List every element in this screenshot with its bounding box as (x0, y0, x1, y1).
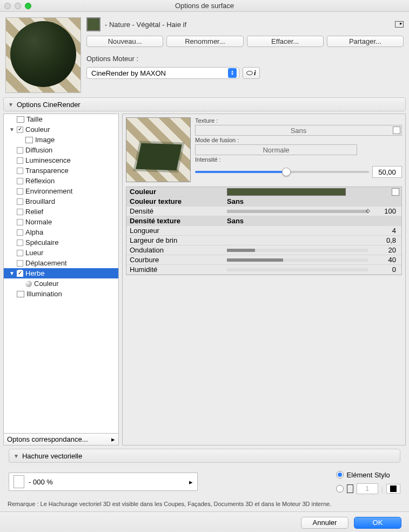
section-hatch-label: Hachure vectorielle (22, 452, 82, 460)
info-icon: i (254, 69, 256, 77)
prop-row-tex-color[interactable]: Couleur textureSans (126, 197, 401, 207)
section-hatch[interactable]: ▼ Hachure vectorielle (9, 449, 400, 463)
arrow-icon: ◇ (366, 208, 370, 214)
tree-item-glow[interactable]: Lueur (4, 248, 118, 258)
channel-tree: Taille ▼Couleur Image Diffusion Luminesc… (3, 114, 119, 445)
tree-footer-button[interactable]: Optons correspondance... ▸ (4, 433, 118, 445)
curve-slider[interactable] (227, 258, 368, 262)
blend-mode-field[interactable]: Normale (195, 144, 357, 155)
checkbox-icon[interactable] (17, 260, 23, 267)
radio-pen-settings[interactable]: | (336, 483, 400, 494)
color-swatch[interactable] (227, 188, 346, 196)
image-icon (25, 137, 33, 143)
tree-item-color[interactable]: ▼Couleur (4, 124, 118, 135)
pen-weight-input[interactable] (357, 483, 378, 494)
section-cinerender-label: Options CineRender (17, 101, 81, 109)
checkbox-icon[interactable] (17, 157, 23, 164)
wave-slider[interactable] (227, 249, 368, 252)
tree-item-relief[interactable]: Relief (4, 207, 118, 217)
checkbox-icon[interactable] (17, 198, 23, 205)
picker-icon[interactable] (393, 127, 400, 134)
checkbox-icon[interactable] (17, 127, 23, 133)
radio-off-icon (336, 485, 344, 493)
density-slider[interactable]: ◇ (227, 210, 368, 213)
ok-button[interactable]: OK (354, 517, 401, 529)
chevron-updown-icon: ▲▼ (228, 68, 237, 78)
engine-label: Options Moteur : (86, 55, 404, 63)
disclosure-triangle-icon: ▼ (8, 102, 14, 108)
delete-button[interactable]: Effacer... (247, 36, 324, 47)
tree-item-reflection[interactable]: Réflexion (4, 176, 118, 186)
share-button[interactable]: Partager... (327, 36, 404, 47)
material-preview-sphere (5, 17, 81, 93)
new-button[interactable]: Nouveau... (86, 36, 163, 47)
tree-item-fog[interactable]: Brouillard (4, 196, 118, 207)
prop-row-curve[interactable]: Courbure40 (126, 255, 401, 265)
sphere-icon (25, 281, 32, 287)
tree-item-size[interactable]: Taille (4, 114, 118, 124)
engine-info-button[interactable]: i (243, 67, 260, 79)
checkbox-icon[interactable] (17, 147, 23, 154)
tree-item-diffusion[interactable]: Diffusion (4, 145, 118, 155)
tree-item-image[interactable]: Image (4, 135, 118, 145)
illumination-icon (17, 291, 24, 297)
eye-icon (246, 71, 253, 75)
cancel-button[interactable]: Annuler (301, 517, 348, 529)
section-cinerender[interactable]: ▼ Options CineRender (3, 97, 406, 111)
checkbox-icon[interactable] (17, 209, 23, 215)
tree-item-illumination[interactable]: Illumination (4, 289, 118, 299)
checkbox-icon[interactable] (17, 270, 23, 277)
intensity-slider[interactable] (195, 171, 369, 173)
prop-row-density[interactable]: Densité◇100 (126, 207, 401, 216)
size-icon (17, 116, 24, 123)
window-title: Options de surface (0, 2, 409, 10)
checkbox-icon[interactable] (17, 240, 23, 246)
tree-item-normal[interactable]: Normale (4, 217, 118, 227)
checkbox-icon[interactable] (17, 168, 23, 174)
dialog-footer: Annuler OK (0, 511, 409, 532)
prop-row-humidity[interactable]: Humidité0 (126, 265, 401, 275)
texture-field[interactable]: Sans (195, 125, 402, 136)
picker-icon[interactable] (392, 188, 399, 196)
hatch-pattern-select[interactable]: - 000 % ▸ (9, 473, 198, 491)
intensity-input[interactable] (372, 166, 402, 178)
prop-row-tex-density[interactable]: Densité textureSans (126, 216, 401, 226)
humidity-slider[interactable] (227, 268, 368, 271)
checkbox-icon[interactable] (17, 188, 23, 195)
hatch-swatch-icon (14, 475, 24, 488)
slider-thumb-icon[interactable] (282, 168, 291, 176)
titlebar: Options de surface (0, 0, 409, 12)
radio-element-stylo[interactable]: Elément Stylo (336, 469, 400, 480)
tree-item-specular[interactable]: Spéculaire (4, 237, 118, 248)
properties-panel: Texture : Sans Mode de fusion : Normale … (122, 114, 406, 445)
channel-preview (126, 117, 191, 182)
material-name: - Nature - Végétal - Haie if (105, 21, 391, 29)
pen-icon (347, 484, 353, 493)
checkbox-icon[interactable] (17, 250, 23, 256)
chevron-right-icon: ▸ (189, 478, 193, 486)
material-swatch[interactable] (86, 17, 100, 31)
tree-item-transparency[interactable]: Transparence (4, 165, 118, 176)
tree-item-luminescence[interactable]: Luminescence (4, 155, 118, 165)
pen-color-swatch[interactable] (386, 484, 400, 494)
engine-value: CineRender by MAXON (91, 69, 166, 77)
tree-item-displacement[interactable]: Déplacement (4, 258, 118, 268)
tree-item-grass-color[interactable]: Couleur (4, 278, 118, 289)
prop-row-length[interactable]: Longueur4 (126, 226, 401, 236)
prop-row-blade-width[interactable]: Largeur de brin0,8 (126, 236, 401, 245)
blend-label: Mode de fusion : (195, 137, 402, 143)
engine-select[interactable]: CineRender by MAXON ▲▼ (86, 67, 239, 79)
prop-row-wave[interactable]: Ondulation20 (126, 245, 401, 255)
grass-properties-table: Couleur Couleur textureSans Densité◇100 … (126, 187, 402, 275)
tree-item-alpha[interactable]: Alpha (4, 227, 118, 237)
rename-button[interactable]: Renommer... (166, 36, 243, 47)
prop-row-color[interactable]: Couleur (126, 187, 401, 197)
export-icon[interactable] (395, 21, 404, 28)
disclosure-triangle-icon: ▼ (14, 453, 19, 459)
intensity-label: Intensité : (195, 156, 402, 163)
tree-item-grass[interactable]: ▼Herbe (4, 268, 118, 278)
checkbox-icon[interactable] (17, 178, 23, 184)
checkbox-icon[interactable] (17, 229, 23, 236)
tree-item-environment[interactable]: Environnement (4, 186, 118, 196)
checkbox-icon[interactable] (17, 219, 23, 225)
